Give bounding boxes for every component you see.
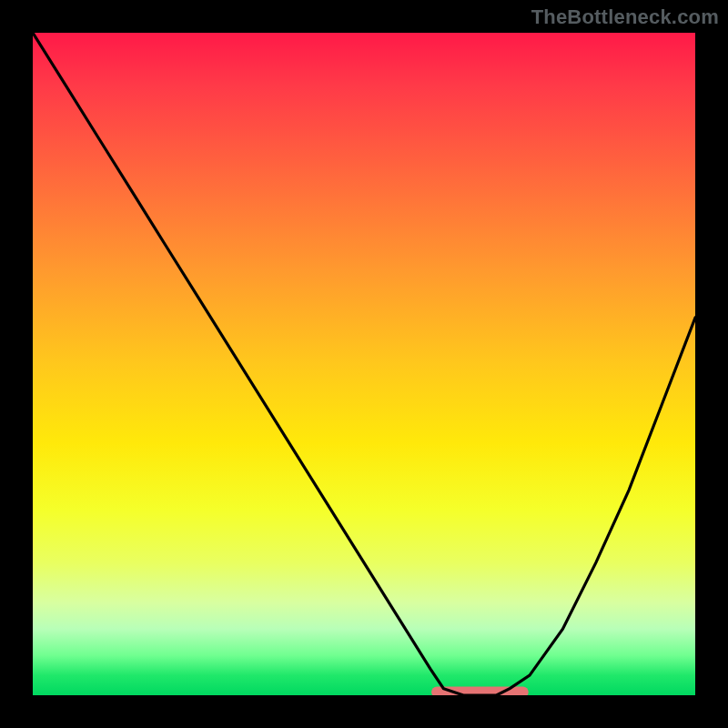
plot-area [33, 33, 695, 695]
chart-svg [33, 33, 695, 695]
chart-frame: TheBottleneck.com [0, 0, 728, 728]
bottleneck-curve [33, 33, 695, 695]
watermark-text: TheBottleneck.com [531, 5, 719, 29]
